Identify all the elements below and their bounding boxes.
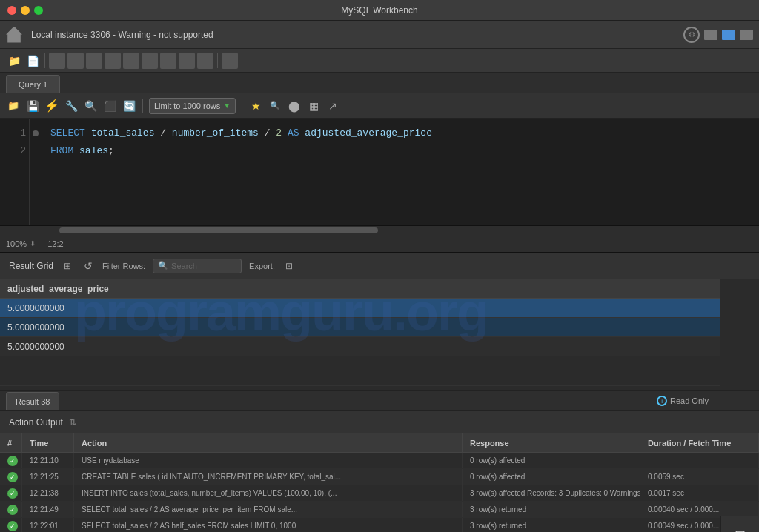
column-header: adjusted_average_price	[0, 279, 148, 298]
ar-action-0: USE mydatabase	[74, 453, 463, 468]
ar-duration-2: 0.0017 sec	[640, 485, 759, 501]
status-check-0: ✓	[7, 456, 18, 466]
ar-duration-3: 0.00040 sec / 0.000...	[640, 502, 759, 517]
action-row[interactable]: ✓ 1 12:21:10 USE mydatabase 0 row(s) aff…	[0, 453, 759, 469]
grid-view-icon[interactable]: ⊞	[61, 259, 74, 273]
readonly-text: Read Only	[670, 396, 709, 405]
horizontal-scrollbar[interactable]	[59, 227, 378, 233]
icon-tb-1[interactable]	[49, 53, 65, 69]
grid-cell-1: 5.0000000000	[0, 299, 148, 317]
limit-label: Limit to 1000 rows	[154, 102, 220, 110]
action-row[interactable]: ✓ 2 12:21:25 CREATE TABLE sales ( id INT…	[0, 469, 759, 485]
title-bar: MySQL Workbench	[0, 0, 759, 21]
maximize-button[interactable]	[34, 6, 43, 15]
ar-response-0: 0 row(s) affected	[463, 453, 640, 468]
save-sql-icon[interactable]: 💾	[25, 99, 40, 113]
line-numbers: 1 2	[0, 119, 30, 225]
result-tab-label: Result 38	[16, 397, 50, 406]
ar-num-0: ✓ 1	[0, 453, 22, 468]
minimize-button[interactable]	[21, 6, 30, 15]
debug-icon[interactable]: 🔧	[64, 99, 79, 113]
icon-tb-8[interactable]	[179, 53, 195, 69]
grid-row[interactable]: 5.0000000000	[0, 299, 720, 318]
ar-response-1: 0 row(s) affected	[463, 469, 640, 485]
action-row[interactable]: ✓ 3 12:21:38 INSERT INTO sales (total_sa…	[0, 485, 759, 502]
settings-icon[interactable]: ⚙	[683, 27, 700, 43]
icon-tb-3[interactable]	[86, 53, 102, 69]
icon-tb-2[interactable]	[67, 53, 84, 69]
icon-tb-6[interactable]	[142, 53, 158, 69]
col-header-time: Time	[22, 433, 74, 452]
circle-icon[interactable]: ⬤	[287, 99, 302, 113]
sep-2	[217, 53, 218, 68]
close-button[interactable]	[7, 6, 16, 15]
sql-editor[interactable]: 1 2 SELECT total_sales / number_of_items…	[0, 119, 759, 226]
ar-time-1: 12:21:25	[22, 469, 74, 485]
zoom-control: 100% ⬍	[6, 239, 36, 248]
limit-dropdown[interactable]: Limit to 1000 rows ▼	[149, 98, 236, 114]
ar-time-2: 12:21:38	[22, 485, 74, 501]
grid-row[interactable]: 5.0000000000	[0, 318, 720, 337]
sort-icon[interactable]: ⇅	[69, 417, 76, 428]
new-file-icon[interactable]: 📁	[6, 53, 22, 69]
status-bar-sql: 100% ⬍ 12:2	[0, 235, 759, 253]
code-line-2: FROM sales;	[50, 142, 750, 160]
export-icon[interactable]: ↗	[325, 99, 340, 113]
home-icon[interactable]	[6, 27, 22, 43]
action-table-header: # Time Action Response Duration / Fetch …	[0, 433, 759, 453]
layout-icon-2[interactable]	[722, 30, 735, 40]
dropdown-arrow: ▼	[223, 102, 231, 110]
ar-num-4: ✓ 5	[0, 518, 22, 532]
result-toolbar: Result Grid ⊞ ↺ Filter Rows: 🔍 Search Ex…	[0, 253, 759, 279]
grid-row[interactable]: 5.0000000000	[0, 337, 720, 356]
result-tab[interactable]: Result 38	[6, 392, 59, 410]
search-placeholder: Search	[171, 262, 197, 270]
search-icon2[interactable]: 🔍	[268, 99, 282, 113]
layout-icon-1[interactable]	[704, 30, 717, 40]
sql-tb-sep	[142, 99, 143, 113]
stop-icon[interactable]: ⬛	[102, 99, 117, 113]
scroll-area	[0, 226, 759, 235]
ar-time-4: 12:22:01	[22, 518, 74, 532]
action-row[interactable]: ✓ 5 12:22:01 SELECT total_sales / 2 AS h…	[0, 518, 759, 532]
ar-num-2: ✓ 3	[0, 485, 22, 501]
result-grid-panel-btn[interactable]: ⊞ Result Grid	[723, 522, 757, 532]
layout-icon-3[interactable]	[740, 30, 753, 40]
code-area[interactable]: SELECT total_sales / number_of_items / 2…	[42, 119, 759, 225]
icon-tb-5[interactable]	[123, 53, 139, 69]
cell-value-1: 5.0000000000	[7, 303, 64, 313]
grid-cell-3: 5.0000000000	[0, 337, 148, 356]
cursor-position: 12:2	[47, 239, 63, 248]
query-tab[interactable]: Query 1	[6, 75, 60, 93]
export-label: Export:	[249, 262, 275, 270]
icon-tb-10[interactable]	[222, 53, 238, 69]
window-controls	[7, 6, 43, 15]
icon-tb-9[interactable]	[197, 53, 213, 69]
format-icon[interactable]: ▦	[306, 99, 321, 113]
sql-tb-sep2	[242, 99, 242, 113]
open-file-icon[interactable]: 📄	[24, 53, 41, 69]
star-icon[interactable]: ★	[248, 99, 263, 113]
tab-bar: Query 1	[0, 73, 759, 93]
action-row[interactable]: ✓ 4 12:21:49 SELECT total_sales / 2 AS a…	[0, 502, 759, 518]
search-box[interactable]: 🔍 Search	[153, 259, 242, 273]
search-sql-icon[interactable]: 🔍	[83, 99, 98, 113]
grid-cell-wide-1	[148, 299, 720, 317]
ar-response-3: 3 row(s) returned	[463, 502, 640, 517]
icon-tb-4[interactable]	[105, 53, 121, 69]
status-check-1: ✓	[7, 472, 18, 482]
ar-action-3: SELECT total_sales / 2 AS average_price_…	[74, 502, 463, 517]
refresh-icon[interactable]: 🔄	[122, 99, 136, 113]
run-icon[interactable]: ⚡	[44, 99, 59, 113]
folder-sql-icon[interactable]: 📁	[6, 99, 21, 113]
zoom-arrows[interactable]: ⬍	[30, 239, 36, 247]
sql-toolbar: 📁 💾 ⚡ 🔧 🔍 ⬛ 🔄 Limit to 1000 rows ▼ ★ 🔍 ⬤…	[0, 93, 759, 119]
export-btn[interactable]: ⊡	[282, 259, 296, 273]
refresh-result-icon[interactable]: ↺	[82, 259, 95, 273]
icon-tb-7[interactable]	[160, 53, 176, 69]
code-line-1: SELECT total_sales / number_of_items / 2…	[50, 124, 750, 142]
connection-label: Local instance 3306 - Warning - not supp…	[31, 30, 677, 40]
main-toolbar: Local instance 3306 - Warning - not supp…	[0, 21, 759, 49]
ar-num-1: ✓ 2	[0, 469, 22, 485]
grid-cell-2: 5.0000000000	[0, 318, 148, 336]
